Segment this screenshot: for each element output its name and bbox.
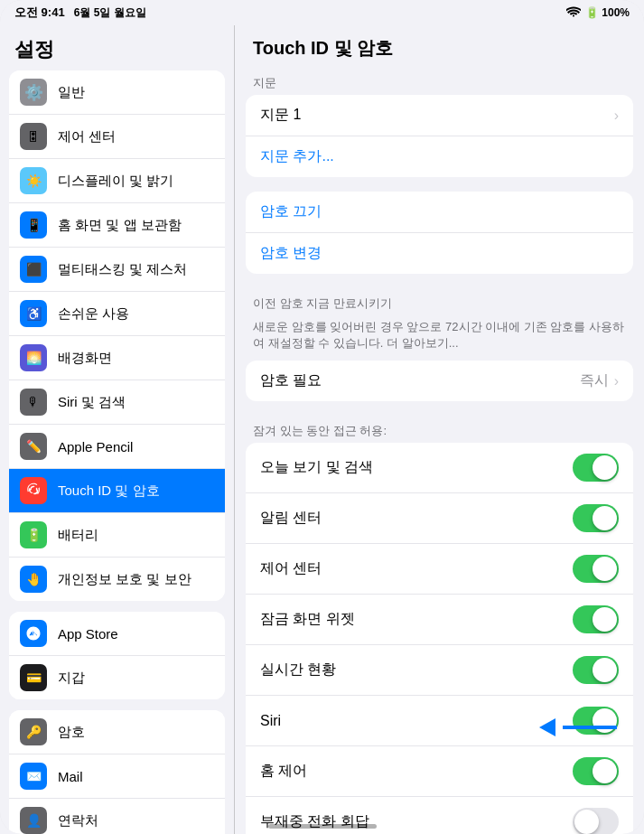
toggle-live[interactable] [573, 656, 619, 684]
sidebar-item-password[interactable]: 🔑 암호 [9, 710, 225, 754]
apple-pencil-icon: ✏️ [20, 433, 47, 460]
sidebar-item-wallet[interactable]: 💳 지갑 [9, 656, 225, 699]
require-passcode-row[interactable]: 암호 필요 즉시 › [246, 361, 633, 401]
arrow-line [563, 726, 617, 729]
expire-section-label: 이전 암호 지금 만료시키기 [235, 288, 644, 315]
fingerprint-section-label: 지문 [235, 68, 644, 95]
chevron-icon: › [614, 108, 619, 124]
sidebar-item-touch-id[interactable]: Touch ID 및 암호 [9, 469, 225, 513]
control-center-icon: 🎛 [20, 123, 47, 150]
home-indicator [268, 824, 377, 829]
require-passcode-group: 암호 필요 즉시 › [246, 361, 633, 401]
contacts-icon: 👤 [20, 807, 47, 834]
sidebar-item-general[interactable]: ⚙️ 일반 [9, 70, 225, 115]
status-bar: 오전 9:41 6월 5일 월요일 🔋 100% [0, 0, 644, 25]
sidebar-item-control-center[interactable]: 🎛 제어 센터 [9, 115, 225, 159]
toggle-missed-calls[interactable] [573, 808, 619, 834]
toggle-notification[interactable] [573, 504, 619, 532]
toggle-row-notification: 알림 센터 [246, 493, 633, 544]
app-store-icon: A [20, 620, 47, 647]
display-icon: ☀️ [20, 167, 47, 194]
ipad-frame: 오전 9:41 6월 5일 월요일 🔋 100% 설정 ⚙️ 일반 🎛 [0, 0, 644, 834]
content-panel: Touch ID 및 암호 지문 지문 1 › 지문 추가... 암호 끄기 암… [235, 25, 644, 834]
sidebar: 설정 ⚙️ 일반 🎛 제어 센터 ☀️ 디스플레이 및 밝기 📱 홈 화면 및 [0, 25, 235, 834]
expire-description: 새로운 암호를 잊어버린 경우 앞으로 72시간 이내에 기존 암호를 사용하여… [235, 315, 644, 361]
touch-id-icon [20, 477, 47, 504]
wallet-icon: 💳 [20, 664, 47, 691]
toggle-today[interactable] [573, 454, 619, 482]
passcode-group: 암호 끄기 암호 변경 [246, 192, 633, 274]
status-time: 오전 9:41 6월 5일 월요일 [14, 5, 146, 21]
privacy-icon: 🤚 [20, 566, 47, 593]
general-icon: ⚙️ [20, 79, 47, 106]
main-layout: 설정 ⚙️ 일반 🎛 제어 센터 ☀️ 디스플레이 및 밝기 📱 홈 화면 및 [0, 25, 644, 834]
require-chevron-icon: › [614, 373, 619, 389]
sidebar-item-home-screen[interactable]: 📱 홈 화면 및 앱 보관함 [9, 203, 225, 248]
status-icons: 🔋 100% [566, 6, 630, 20]
battery-sidebar-icon: 🔋 [20, 521, 47, 548]
fingerprint-group: 지문 1 › 지문 추가... [246, 95, 633, 177]
locked-access-group: 오늘 보기 및 검색 알림 센터 제어 센터 잠금 화면 위젯 실시간 현황 [246, 443, 633, 834]
sidebar-group-2: A App Store 💳 지갑 [9, 612, 225, 699]
sidebar-group-3: 🔑 암호 ✉️ Mail 👤 연락처 📅 캘린더 📝 메모 [9, 710, 225, 834]
add-fingerprint-row[interactable]: 지문 추가... [246, 136, 633, 177]
wifi-icon [566, 6, 581, 20]
battery-icon: 🔋 100% [585, 6, 630, 19]
toggle-row-live: 실시간 현황 [246, 645, 633, 696]
toggle-row-home: 홈 제어 [246, 746, 633, 797]
toggle-row-lock-widget: 잠금 화면 위젯 [246, 595, 633, 645]
wallpaper-icon: 🌅 [20, 344, 47, 371]
change-passcode-row[interactable]: 암호 변경 [246, 233, 633, 274]
home-screen-icon: 📱 [20, 211, 47, 239]
arrow-indicator [539, 718, 617, 736]
sidebar-item-siri[interactable]: 🎙 Siri 및 검색 [9, 380, 225, 425]
toggle-lock-widget[interactable] [573, 605, 619, 633]
multitasking-icon: ⬛ [20, 256, 47, 283]
sidebar-item-accessibility[interactable]: ♿ 손쉬운 사용 [9, 292, 225, 336]
sidebar-item-contacts[interactable]: 👤 연락처 [9, 799, 225, 834]
mail-icon: ✉️ [20, 763, 47, 790]
siri-icon: 🎙 [20, 389, 47, 416]
sidebar-item-battery[interactable]: 🔋 배터리 [9, 513, 225, 558]
sidebar-item-app-store[interactable]: A App Store [9, 612, 225, 656]
toggle-row-today: 오늘 보기 및 검색 [246, 443, 633, 493]
content-title: Touch ID 및 암호 [235, 25, 644, 68]
password-icon: 🔑 [20, 718, 47, 745]
accessibility-icon: ♿ [20, 300, 47, 327]
sidebar-item-multitasking[interactable]: ⬛ 멀티태스킹 및 제스처 [9, 248, 225, 292]
sidebar-item-display[interactable]: ☀️ 디스플레이 및 밝기 [9, 159, 225, 203]
sidebar-item-mail[interactable]: ✉️ Mail [9, 754, 225, 799]
sidebar-item-apple-pencil[interactable]: ✏️ Apple Pencil [9, 425, 225, 469]
locked-access-label: 잠겨 있는 동안 접근 허용: [235, 416, 644, 443]
toggle-row-control: 제어 센터 [246, 544, 633, 595]
sidebar-item-wallpaper[interactable]: 🌅 배경화면 [9, 336, 225, 380]
svg-text:A: A [32, 630, 37, 638]
sidebar-item-privacy[interactable]: 🤚 개인정보 보호 및 보안 [9, 558, 225, 601]
sidebar-title: 설정 [0, 25, 234, 70]
arrow-head [539, 718, 555, 736]
toggle-home[interactable] [573, 757, 619, 785]
toggle-control[interactable] [573, 555, 619, 583]
disable-passcode-row[interactable]: 암호 끄기 [246, 192, 633, 233]
sidebar-group-1: ⚙️ 일반 🎛 제어 센터 ☀️ 디스플레이 및 밝기 📱 홈 화면 및 앱 보… [9, 70, 225, 601]
fingerprint-row[interactable]: 지문 1 › [246, 95, 633, 136]
